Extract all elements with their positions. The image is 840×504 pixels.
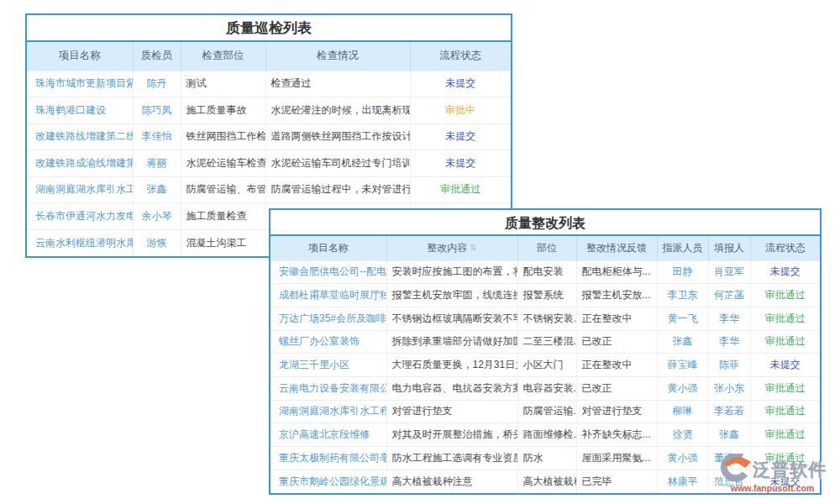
project-link[interactable]: 重庆太极制药有限公司亳州中... [270, 447, 386, 470]
status-badge: 审批通过 [750, 447, 820, 470]
status-badge: 审批通过 [750, 423, 820, 447]
assignee-link[interactable]: 田静 [657, 260, 708, 284]
inspector-link[interactable]: 余小琴 [133, 203, 181, 230]
table-row: 重庆太极制药有限公司亳州中... 防水工程施工选调有专业资质... 防水 屋面采… [270, 447, 820, 470]
inspection-header-row: 项目名称 质检员 检查部位 检查情况 流程状态 [27, 42, 511, 71]
reporter-link[interactable]: 范思哲 [708, 470, 750, 493]
project-link[interactable]: 成都杜甫草堂临时展厅独立展... [270, 284, 386, 307]
status-badge: 未提交 [410, 71, 511, 97]
part-cell: 施工质量检查 [181, 203, 265, 230]
situation-cell: 防腐管运输过程中，未对管进行... [265, 176, 410, 203]
rectification-header-row: 项目名称 整改内容⇅ 部位 整改情况反馈 指派人员 填报人 流程状态 [270, 236, 820, 260]
inspector-link[interactable]: 陈丹 [133, 71, 181, 97]
assignee-link[interactable]: 薛宝峰 [657, 354, 708, 377]
feedback-cell: 已改正 [576, 376, 657, 400]
assignee-link[interactable]: 黄小强 [657, 376, 708, 400]
project-link[interactable]: 改建铁路成渝线增建第... [27, 150, 133, 177]
table-row: 龙湖三千里小区 大理石质量更换，12月31日之... 小区大门 正在整改中 薛宝… [270, 354, 820, 377]
project-link[interactable]: 改建铁路线增建第二线... [27, 123, 133, 150]
assignee-link[interactable]: 徐贤 [657, 423, 708, 447]
status-badge: 未提交 [750, 260, 820, 284]
table-row: 云南电力设备安装有限公司20... 电力电容器、电抗器安装方案,... 电容器安… [270, 376, 820, 400]
col-flow-status: 流程状态 [750, 236, 820, 260]
rectification-table-panel: 质量整改列表 项目名称 整改内容⇅ 部位 整改情况反馈 指派人员 填报人 流程状… [269, 208, 822, 495]
inspector-link[interactable]: 李佳怡 [133, 123, 181, 150]
inspector-link[interactable]: 游恢 [133, 229, 181, 256]
table-row: 改建铁路成渝线增建第... 蒋丽 水泥砼运输车检查 水泥砼运输车司机经过专门培训… [27, 150, 511, 177]
inspector-link[interactable]: 陈巧凤 [133, 97, 181, 124]
project-link[interactable]: 湖南洞庭湖水库引水工程施工标 [270, 400, 386, 423]
project-link[interactable]: 珠海市城市更新项目紫... [27, 71, 133, 97]
col-inspect-situation: 检查情况 [265, 42, 410, 71]
feedback-cell: 补齐缺失标志... [576, 423, 657, 447]
reporter-link[interactable]: 肖亚军 [708, 260, 750, 284]
assignee-link[interactable]: 林康平 [657, 470, 708, 493]
table-row: 珠海鹤港口建设 陈巧凤 施工质量事故 水泥砼灌注的时候，出现离析现象 审批中 [27, 97, 511, 124]
project-link[interactable]: 安徽合肥供电公司--配电设备... [270, 260, 386, 284]
assignee-link[interactable]: 张鑫 [657, 330, 708, 354]
table-row: 重庆市鹅岭公园绿化景观提升... 高大植被栽种注意 高大植被栽种 已完毕 林康平… [270, 470, 820, 493]
content-cell: 大理石质量更换，12月31日之... [386, 354, 517, 377]
part-cell: 铁丝网围挡工作检查 [181, 123, 265, 150]
col-rectify-content[interactable]: 整改内容⇅ [386, 236, 517, 260]
content-cell: 对管进行垫支 [386, 400, 517, 423]
table-row: 京沪高速北京段维修 对其及时开展整治措施，桥头... 路面维修检... 补齐缺失… [270, 423, 820, 447]
assignee-link[interactable]: 柳琳 [657, 400, 708, 423]
rectification-table: 项目名称 整改内容⇅ 部位 整改情况反馈 指派人员 填报人 流程状态 安徽合肥供… [270, 236, 820, 493]
inspector-link[interactable]: 蒋丽 [133, 150, 181, 177]
part-cell: 防水 [517, 447, 576, 470]
feedback-cell: 报警主机安放... [576, 284, 657, 307]
status-badge: 未提交 [410, 123, 511, 150]
col-reporter: 填报人 [708, 236, 750, 260]
status-badge: 审批通过 [750, 376, 820, 400]
reporter-link[interactable]: 李若若 [708, 400, 750, 423]
project-link[interactable]: 湖南洞庭湖水库引水工... [27, 176, 133, 203]
col-inspect-part: 检查部位 [181, 42, 265, 71]
project-link[interactable]: 长春市伊通河水力发电... [27, 203, 133, 230]
project-link[interactable]: 云南电力设备安装有限公司20... [270, 376, 386, 400]
part-cell: 防腐管运输... [517, 400, 576, 423]
project-link[interactable]: 万达广场35#会所及咖啡厅空... [270, 307, 386, 330]
project-link[interactable]: 螺丝厂办公室装饰 [270, 330, 386, 354]
situation-cell: 水泥砼灌注的时候，出现离析现象 [265, 97, 410, 124]
reporter-link[interactable]: 张鑫 [708, 423, 750, 447]
rectification-table-title: 质量整改列表 [270, 210, 820, 236]
feedback-cell: 正在整改中 [576, 354, 657, 377]
col-part: 部位 [517, 236, 576, 260]
feedback-cell: 已完毕 [576, 470, 657, 493]
col-project-name: 项目名称 [27, 42, 133, 71]
table-row: 珠海市城市更新项目紫... 陈丹 测试 检查通过 未提交 [27, 71, 511, 97]
feedback-cell: 配电柜柜体与... [576, 260, 657, 284]
reporter-link[interactable]: 张小东 [708, 376, 750, 400]
project-link[interactable]: 珠海鹤港口建设 [27, 97, 133, 124]
reporter-link[interactable]: 陈菲 [708, 354, 750, 377]
project-link[interactable]: 龙湖三千里小区 [270, 354, 386, 377]
part-cell: 水泥砼运输车检查 [181, 150, 265, 177]
project-link[interactable]: 重庆市鹅岭公园绿化景观提升... [270, 470, 386, 493]
assignee-link[interactable]: 黄小强 [657, 447, 708, 470]
part-cell: 防腐管运输、布管 [181, 176, 265, 203]
content-cell: 高大植被栽种注意 [386, 470, 517, 493]
status-badge: 审批中 [410, 97, 511, 124]
sort-icon[interactable]: ⇅ [470, 243, 476, 252]
feedback-cell: 正在整改中 [576, 307, 657, 330]
reporter-link[interactable]: 董清平 [708, 447, 750, 470]
project-link[interactable]: 京沪高速北京段维修 [270, 423, 386, 447]
reporter-link[interactable]: 李华 [708, 307, 750, 330]
part-cell: 报警系统 [517, 284, 576, 307]
page: 质量巡检列表 项目名称 质检员 检查部位 检查情况 流程状态 珠海市城市更新项目… [0, 0, 840, 504]
situation-cell: 检查通过 [265, 71, 410, 97]
feedback-cell: 已改正 [576, 330, 657, 354]
reporter-link[interactable]: 李华 [708, 330, 750, 354]
situation-cell: 道路两侧铁丝网围挡工作按设计... [265, 123, 410, 150]
inspector-link[interactable]: 张鑫 [133, 176, 181, 203]
status-badge: 审批通过 [750, 284, 820, 307]
assignee-link[interactable]: 黄一飞 [657, 307, 708, 330]
project-link[interactable]: 云南水利枢纽潜明水库... [27, 229, 133, 256]
reporter-link[interactable]: 何芷菡 [708, 284, 750, 307]
assignee-link[interactable]: 李卫东 [657, 284, 708, 307]
part-cell: 混凝土沟渠工 [181, 229, 265, 256]
col-project-name: 项目名称 [270, 236, 386, 260]
part-cell: 施工质量事故 [181, 97, 265, 124]
part-cell: 测试 [181, 71, 265, 97]
